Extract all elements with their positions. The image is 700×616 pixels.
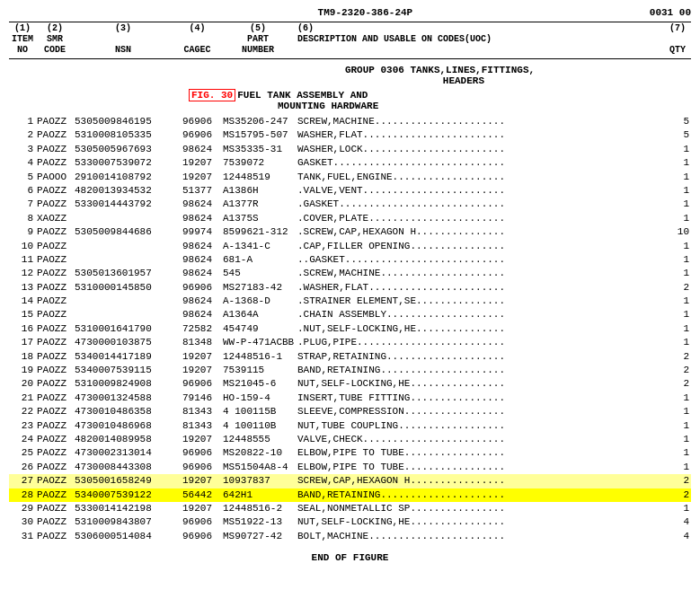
cell-cagec: 51377 xyxy=(173,184,222,198)
cell-item: 17 xyxy=(9,336,36,349)
cell-item: 20 xyxy=(9,377,36,391)
cell-desc: STRAP,RETAINING.................... xyxy=(294,350,664,364)
cell-qty: 1 xyxy=(664,433,691,446)
table-row: 30 PAOZZ 5310009843807 96906 MS51922-13 … xyxy=(9,515,691,529)
cell-desc: NUT,TUBE COUPLING.................. xyxy=(294,419,664,433)
cell-part: MS35335-31 xyxy=(222,143,294,156)
cell-qty: 1 xyxy=(664,198,691,211)
cell-part: MS90727-42 xyxy=(222,530,294,543)
cell-cagec: 19207 xyxy=(173,350,222,364)
cell-cagec: 98624 xyxy=(173,143,222,156)
table-row: 14 PAOZZ 98624 A-1368-D .STRAINER ELEMEN… xyxy=(9,295,691,308)
col-smr: (2)SMRCODE xyxy=(36,22,74,57)
cell-qty: 1 xyxy=(664,171,691,184)
cell-desc: SCREW,CAP,HEXAGON H................ xyxy=(294,474,664,488)
col-cagec: (4)CAGEC xyxy=(173,22,222,57)
cell-desc: ELBOW,PIPE TO TUBE................. xyxy=(294,446,664,460)
cell-cagec: 81343 xyxy=(173,419,222,433)
cell-item: 13 xyxy=(9,281,36,295)
cell-item: 19 xyxy=(9,364,36,377)
cell-qty: 2 xyxy=(664,281,691,295)
cell-qty: 1 xyxy=(664,295,691,308)
cell-cagec: 98624 xyxy=(173,212,222,225)
cell-nsn xyxy=(74,253,173,267)
table-row: 31 PAOZZ 5306000514084 96906 MS90727-42 … xyxy=(9,530,691,543)
cell-smr: PAOZZ xyxy=(36,530,74,543)
col-part: (5)PARTNUMBER xyxy=(222,22,294,57)
cell-nsn xyxy=(74,295,173,308)
table-row: 3 PAOZZ 5305005967693 98624 MS35335-31 W… xyxy=(9,143,691,156)
cell-nsn: 5340007539115 xyxy=(74,364,173,377)
cell-desc: GASKET............................. xyxy=(294,156,664,170)
cell-desc: SCREW,MACHINE...................... xyxy=(294,115,664,128)
cell-cagec: 96906 xyxy=(173,461,222,474)
cell-qty: 1 xyxy=(664,267,691,280)
table-row: 29 PAOZZ 5330014142198 19207 12448516-2 … xyxy=(9,502,691,515)
cell-nsn: 5305009844686 xyxy=(74,225,173,239)
cell-smr: PAOZZ xyxy=(36,322,74,336)
cell-item: 11 xyxy=(9,253,36,267)
cell-part: 4 100115B xyxy=(222,405,294,418)
cell-desc: .NUT,SELF-LOCKING,HE............... xyxy=(294,322,664,336)
cell-nsn: 5310000145850 xyxy=(74,281,173,295)
cell-desc: WASHER,FLAT........................ xyxy=(294,128,664,142)
cell-qty: 1 xyxy=(664,446,691,460)
cell-smr: PAOZZ xyxy=(36,295,74,308)
table-row: 27 PAOZZ 5305001658249 19207 10937837 SC… xyxy=(9,474,691,488)
cell-part: HO-159-4 xyxy=(222,392,294,405)
cell-desc: .WASHER,FLAT....................... xyxy=(294,281,664,295)
table-row: 2 PAOZZ 5310008105335 96906 MS15795-507 … xyxy=(9,128,691,142)
cell-smr: PAOZZ xyxy=(36,225,74,239)
cell-desc: BAND,RETAINING..................... xyxy=(294,488,664,502)
cell-item: 8 xyxy=(9,212,36,225)
cell-part: MS27183-42 xyxy=(222,281,294,295)
cell-qty: 1 xyxy=(664,212,691,225)
cell-cagec: 98624 xyxy=(173,308,222,321)
cell-part: MS15795-507 xyxy=(222,128,294,142)
cell-nsn: 5330014443792 xyxy=(74,198,173,211)
cell-cagec: 98624 xyxy=(173,253,222,267)
table-row: 7 PAOZZ 5330014443792 98624 A1377R .GASK… xyxy=(9,198,691,211)
document-header: TM9-2320-386-24P 0031 00 xyxy=(9,7,691,18)
cell-smr: PAOZZ xyxy=(36,392,74,405)
cell-item: 26 xyxy=(9,461,36,474)
cell-item: 25 xyxy=(9,446,36,460)
table-row: 1 PAOZZ 5305009846195 96906 MS35206-247 … xyxy=(9,115,691,128)
cell-cagec: 96906 xyxy=(173,115,222,128)
header-divider xyxy=(9,58,691,59)
cell-desc: .COVER,PLATE....................... xyxy=(294,212,664,225)
cell-desc: SEAL,NONMETALLIC SP................ xyxy=(294,502,664,515)
table-row: 6 PAOZZ 4820013934532 51377 A1386H .VALV… xyxy=(9,184,691,198)
table-row: 16 PAOZZ 5310001641790 72582 454749 .NUT… xyxy=(9,322,691,336)
table-row: 8 XAOZZ 98624 A1375S .COVER,PLATE.......… xyxy=(9,212,691,225)
cell-smr: PAOZZ xyxy=(36,308,74,321)
cell-nsn: 4820014089958 xyxy=(74,433,173,446)
cell-part: MS35206-247 xyxy=(222,115,294,128)
cell-desc: .SCREW,MACHINE..................... xyxy=(294,267,664,280)
cell-desc: WASHER,LOCK........................ xyxy=(294,143,664,156)
cell-qty: 1 xyxy=(664,392,691,405)
cell-nsn: 5305013601957 xyxy=(74,267,173,280)
page-ref: 0031 00 xyxy=(650,7,691,18)
cell-part: A1375S xyxy=(222,212,294,225)
cell-nsn: 4730010486358 xyxy=(74,405,173,418)
cell-part: 12448516-1 xyxy=(222,350,294,364)
cell-smr: PAOZZ xyxy=(36,253,74,267)
cell-cagec: 96906 xyxy=(173,515,222,529)
cell-smr: PAOZZ xyxy=(36,350,74,364)
cell-desc: ELBOW,PIPE TO TUBE................. xyxy=(294,461,664,474)
cell-smr: PAOZZ xyxy=(36,433,74,446)
cell-nsn: 4730001324588 xyxy=(74,392,173,405)
cell-smr: XAOZZ xyxy=(36,212,74,225)
cell-qty: 1 xyxy=(664,156,691,170)
cell-nsn: 4730002313014 xyxy=(74,446,173,460)
table-row: 5 PAOOO 2910014108792 19207 12448519 TAN… xyxy=(9,171,691,184)
cell-cagec: 96906 xyxy=(173,446,222,460)
cell-part: 12448555 xyxy=(222,433,294,446)
table-row: 26 PAOZZ 4730008443308 96906 MS51504A8-4… xyxy=(9,461,691,474)
cell-smr: PAOZZ xyxy=(36,184,74,198)
cell-desc: NUT,SELF-LOCKING,HE................ xyxy=(294,377,664,391)
cell-cagec: 98624 xyxy=(173,295,222,308)
cell-part: MS20822-10 xyxy=(222,446,294,460)
cell-nsn: 4820013934532 xyxy=(74,184,173,198)
